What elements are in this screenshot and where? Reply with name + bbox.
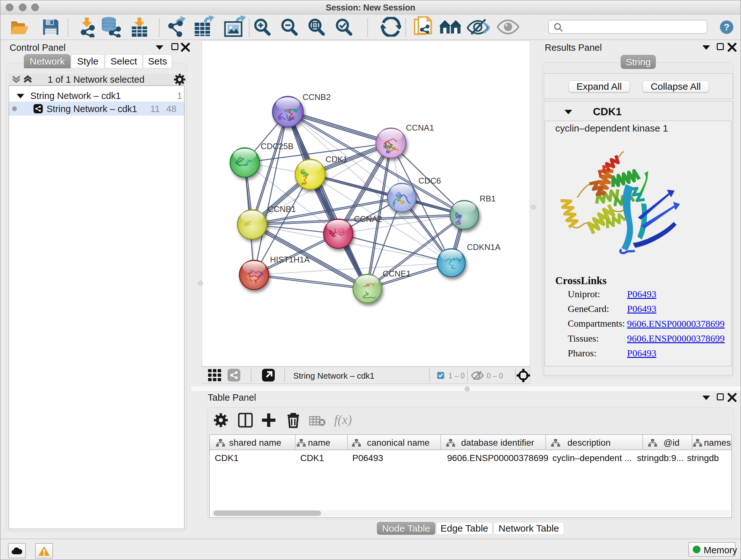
svg-text:HIST1H1A: HIST1H1A xyxy=(270,255,310,264)
svg-text:CDC25B: CDC25B xyxy=(261,141,293,151)
svg-text:CCNE1: CCNE1 xyxy=(383,269,411,278)
svg-text:CCNB1: CCNB1 xyxy=(268,204,296,214)
svg-text:CCNB2: CCNB2 xyxy=(302,92,331,102)
svg-text:CCNA2: CCNA2 xyxy=(354,214,382,224)
svg-text:CDC6: CDC6 xyxy=(418,176,441,186)
svg-text:CDK1: CDK1 xyxy=(326,154,347,164)
svg-text:CDKN1A: CDKN1A xyxy=(467,242,501,252)
svg-text:CCNA1: CCNA1 xyxy=(406,123,434,132)
svg-text:?: ? xyxy=(724,22,730,32)
svg-text:RB1: RB1 xyxy=(480,194,496,203)
